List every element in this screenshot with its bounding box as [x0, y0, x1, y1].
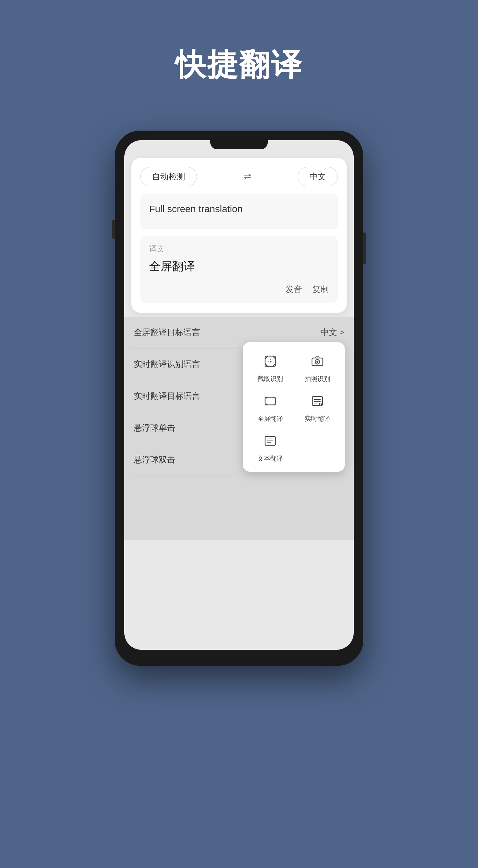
screenshot-icon	[260, 351, 280, 371]
float-label-camera: 拍照识别	[305, 375, 330, 383]
float-item-screenshot[interactable]: 截取识别	[250, 351, 290, 383]
phone-mockup: 自动检测 ⇌ 中文 Full screen translation 译文 全屏翻…	[115, 131, 363, 672]
phone-shell: 自动检测 ⇌ 中文 Full screen translation 译文 全屏翻…	[115, 131, 363, 666]
source-text-area[interactable]: Full screen translation	[140, 194, 338, 229]
float-item-realtime[interactable]: 实时翻译	[298, 391, 337, 423]
realtime-icon	[307, 391, 328, 411]
settings-label: 全屏翻译目标语言	[134, 327, 200, 338]
translation-card: 自动检测 ⇌ 中文 Full screen translation 译文 全屏翻…	[131, 158, 347, 313]
float-label-fullscreen: 全屏翻译	[258, 414, 283, 423]
source-text: Full screen translation	[149, 202, 329, 216]
phone-button-left	[112, 220, 115, 239]
phone-button-right	[363, 232, 366, 265]
settings-list: 全屏翻译目标语言 中文 > 实时翻译识别语言 实时翻译目标语言 悬浮球单击 功能…	[124, 317, 354, 539]
result-label: 译文	[149, 244, 329, 254]
camera-icon	[307, 351, 328, 371]
svg-point-9	[317, 361, 318, 363]
float-action-panel: 截取识别 拍照识别	[243, 342, 345, 472]
pronounce-button[interactable]: 发音	[286, 284, 302, 295]
copy-button[interactable]: 复制	[312, 284, 329, 295]
float-item-text[interactable]: 文本翻译	[250, 431, 290, 463]
settings-label: 实时翻译目标语言	[134, 391, 200, 402]
settings-label: 实时翻译识别语言	[134, 359, 200, 370]
float-label-realtime: 实时翻译	[305, 414, 330, 423]
settings-label: 悬浮球单击	[134, 422, 175, 434]
text-translate-icon	[260, 431, 280, 451]
float-item-camera[interactable]: 拍照识别	[298, 351, 337, 383]
float-item-fullscreen[interactable]: 全屏翻译	[250, 391, 290, 423]
translation-result-area: 译文 全屏翻译 发音 复制	[140, 236, 338, 303]
page-title: 快捷翻译	[175, 44, 303, 86]
result-text: 全屏翻译	[149, 258, 329, 275]
float-label-screenshot: 截取识别	[258, 375, 283, 383]
fullscreen-icon	[260, 391, 280, 411]
target-language-button[interactable]: 中文	[298, 167, 338, 186]
float-label-text: 文本翻译	[258, 454, 283, 463]
source-language-button[interactable]: 自动检测	[140, 167, 197, 186]
settings-value: 中文 >	[321, 327, 344, 338]
settings-label: 悬浮球双击	[134, 454, 175, 465]
swap-language-icon[interactable]: ⇌	[244, 172, 251, 182]
float-panel-grid: 截取识别 拍照识别	[250, 351, 337, 463]
phone-notch	[210, 140, 268, 149]
result-actions: 发音 复制	[149, 284, 329, 295]
phone-screen: 自动检测 ⇌ 中文 Full screen translation 译文 全屏翻…	[124, 140, 354, 650]
language-selector-row: 自动检测 ⇌ 中文	[140, 167, 338, 186]
